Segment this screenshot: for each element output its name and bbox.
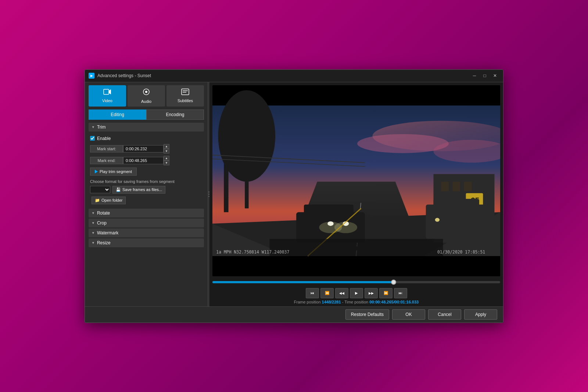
mark-end-up[interactable]: ▲ bbox=[164, 156, 169, 161]
trim-label: Trim bbox=[97, 125, 106, 130]
step-back-button[interactable]: ◀◀ bbox=[335, 288, 348, 298]
svg-rect-17 bbox=[245, 132, 248, 208]
resize-arrow: ▼ bbox=[92, 241, 95, 245]
format-select[interactable] bbox=[90, 186, 110, 193]
svg-rect-0 bbox=[104, 89, 109, 94]
save-frames-icon: 💾 bbox=[116, 187, 121, 192]
tab-subtitles[interactable]: Subtitles bbox=[166, 85, 204, 107]
restore-defaults-button[interactable]: Restore Defaults bbox=[345, 309, 389, 320]
play-trim-icon bbox=[95, 170, 98, 173]
subtabs: Editing Encoding bbox=[89, 109, 204, 120]
audio-icon bbox=[142, 88, 150, 98]
timeline-thumb[interactable] bbox=[391, 280, 396, 285]
next-frame-button[interactable]: ⏩ bbox=[379, 288, 392, 298]
mark-start-up[interactable]: ▲ bbox=[164, 144, 169, 149]
next-frame-icon: ⏩ bbox=[384, 291, 388, 295]
mark-end-input-wrap: ▲ ▼ bbox=[123, 156, 169, 165]
subtab-editing[interactable]: Editing bbox=[89, 109, 146, 120]
svg-rect-36 bbox=[270, 239, 443, 256]
svg-rect-3 bbox=[182, 89, 189, 95]
svg-rect-23 bbox=[464, 181, 472, 191]
mark-end-input[interactable] bbox=[123, 157, 164, 164]
minimize-button[interactable]: ─ bbox=[470, 72, 479, 79]
tab-subtitles-label: Subtitles bbox=[178, 98, 193, 103]
mark-end-down[interactable]: ▼ bbox=[164, 161, 169, 165]
save-frames-button[interactable]: 💾 Save frames as files... bbox=[112, 186, 165, 194]
rotate-section-header[interactable]: ▼ Rotate bbox=[89, 209, 204, 217]
svg-point-31 bbox=[334, 222, 357, 233]
watermark-section-header[interactable]: ▼ Watermark bbox=[89, 229, 204, 237]
play-icon: ▶ bbox=[355, 291, 358, 295]
skip-start-button[interactable]: ⏮ bbox=[306, 288, 319, 298]
timeline-track[interactable] bbox=[212, 281, 500, 283]
mark-end-row: Mark end: ▲ ▼ bbox=[90, 156, 202, 165]
sections-area: ▼ Trim Enable Mark start: bbox=[85, 123, 208, 306]
timeline-row bbox=[212, 278, 500, 287]
step-back-icon: ◀◀ bbox=[339, 291, 344, 295]
video-preview: 25 bbox=[212, 85, 500, 276]
watermark-arrow: ▼ bbox=[92, 231, 95, 235]
svg-rect-22 bbox=[452, 181, 460, 191]
bottom-bar: Restore Defaults OK Cancel Apply bbox=[85, 306, 503, 323]
folder-icon: 📁 bbox=[95, 198, 100, 203]
prev-frame-button[interactable]: ⏪ bbox=[320, 288, 334, 298]
svg-point-34 bbox=[435, 218, 440, 222]
playback-controls: ⏮ ⏪ ◀◀ ▶ ▶▶ ⏩ ⏭ bbox=[212, 288, 500, 298]
watermark-label: Watermark bbox=[97, 230, 118, 235]
subtitles-icon bbox=[181, 89, 189, 97]
titlebar: ▶ Advanced settings - Sunset ─ □ ✕ bbox=[85, 70, 503, 82]
tab-video-label: Video bbox=[102, 98, 112, 103]
frame-position-row: Frame position 1448/2281 - Time position… bbox=[212, 300, 500, 304]
trim-arrow: ▼ bbox=[92, 125, 95, 129]
svg-text:01/30/2020 17:85:51: 01/30/2020 17:85:51 bbox=[437, 249, 485, 254]
subtab-encoding[interactable]: Encoding bbox=[146, 109, 204, 120]
frame-position-value: 1448/2281 bbox=[322, 300, 341, 304]
open-folder-button[interactable]: 📁 Open folder bbox=[92, 197, 126, 204]
svg-marker-1 bbox=[109, 89, 111, 94]
skip-end-button[interactable]: ⏭ bbox=[394, 288, 407, 298]
step-fwd-button[interactable]: ▶▶ bbox=[365, 288, 378, 298]
crop-label: Crop bbox=[97, 220, 107, 226]
mark-end-label: Mark end: bbox=[90, 157, 123, 164]
enable-row: Enable bbox=[90, 136, 202, 141]
trim-header[interactable]: ▼ Trim bbox=[89, 123, 204, 132]
tab-video[interactable]: Video bbox=[89, 85, 126, 107]
crop-section-header[interactable]: ▼ Crop bbox=[89, 219, 204, 227]
mark-start-down[interactable]: ▼ bbox=[164, 149, 169, 154]
enable-label: Enable bbox=[97, 136, 111, 141]
svg-text:1a MPH N32.750814 W117.240037: 1a MPH N32.750814 W117.240037 bbox=[216, 249, 289, 254]
save-frames-label: Save frames as files... bbox=[122, 187, 162, 192]
video-icon bbox=[103, 89, 111, 97]
play-trim-button[interactable]: Play trim segment bbox=[90, 168, 137, 176]
enable-checkbox[interactable] bbox=[90, 136, 95, 141]
window-title: Advanced settings - Sunset bbox=[97, 73, 470, 78]
mark-start-row: Mark start: ▲ ▼ bbox=[90, 144, 202, 154]
close-button[interactable]: ✕ bbox=[491, 72, 499, 79]
mark-start-spinner: ▲ ▼ bbox=[164, 144, 169, 154]
cancel-button[interactable]: Cancel bbox=[428, 309, 461, 320]
ok-button[interactable]: OK bbox=[392, 309, 425, 320]
resize-section-header[interactable]: ▼ Resize bbox=[89, 238, 204, 247]
time-position-value: 00:00:48.265/00:01:16.033 bbox=[369, 300, 419, 304]
main-window: ▶ Advanced settings - Sunset ─ □ ✕ bbox=[85, 69, 503, 323]
skip-end-icon: ⏭ bbox=[399, 291, 402, 295]
resize-label: Resize bbox=[97, 240, 111, 245]
mark-start-input[interactable] bbox=[123, 145, 164, 152]
titlebar-controls: ─ □ ✕ bbox=[470, 72, 499, 79]
frame-position-label: Frame position bbox=[294, 300, 321, 304]
open-folder-label: Open folder bbox=[101, 198, 122, 202]
play-trim-label: Play trim segment bbox=[100, 169, 132, 174]
maximize-button[interactable]: □ bbox=[480, 72, 489, 79]
main-content: Video Audio bbox=[85, 82, 503, 306]
time-position-label: Time position bbox=[344, 300, 368, 304]
tab-audio[interactable]: Audio bbox=[128, 85, 165, 107]
app-icon: ▶ bbox=[89, 73, 94, 79]
mark-end-spinner: ▲ ▼ bbox=[164, 156, 169, 165]
play-button[interactable]: ▶ bbox=[350, 288, 363, 298]
svg-rect-33 bbox=[434, 199, 479, 210]
trim-section: ▼ Trim Enable Mark start: bbox=[89, 123, 204, 209]
apply-button[interactable]: Apply bbox=[464, 309, 497, 320]
svg-rect-21 bbox=[441, 181, 449, 191]
prev-frame-icon: ⏪ bbox=[325, 291, 329, 295]
timeline-fill bbox=[212, 281, 394, 283]
